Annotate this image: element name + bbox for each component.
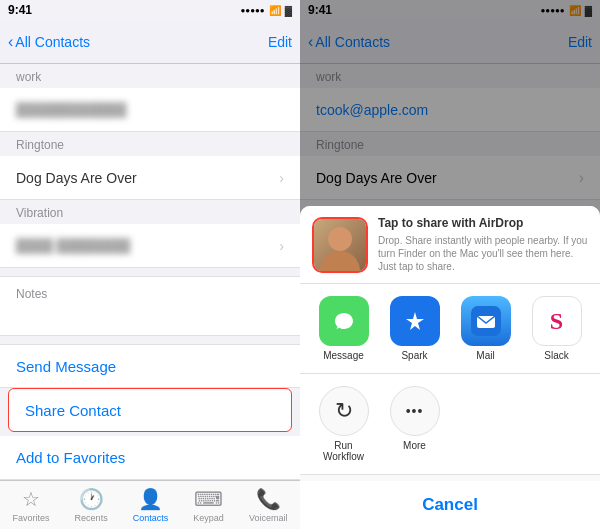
wifi-icon: 📶 (269, 5, 281, 16)
send-message-button[interactable]: Send Message (0, 344, 300, 388)
share-app-spark[interactable]: Spark (387, 296, 443, 361)
notes-label: Notes (16, 287, 284, 301)
left-work-email: ████████████ (0, 88, 300, 132)
recents-icon: 🕐 (79, 487, 104, 511)
airdrop-text: Tap to share with AirDrop Drop. Share in… (378, 216, 588, 273)
left-edit-button[interactable]: Edit (268, 34, 292, 50)
mail-icon[interactable] (461, 296, 511, 346)
battery-icon: ▓ (285, 5, 292, 16)
left-nav-bar: ‹ All Contacts Edit (0, 20, 300, 64)
left-back-button[interactable]: ‹ All Contacts (8, 33, 90, 51)
chevron-left-icon: ‹ (8, 33, 13, 51)
airdrop-title: Tap to share with AirDrop (378, 216, 588, 232)
left-work-header: work (0, 64, 300, 88)
left-tab-bar: ☆ Favorites 🕐 Recents 👤 Contacts ⌨ Keypa… (0, 480, 300, 529)
share-sheet: Tap to share with AirDrop Drop. Share in… (300, 206, 600, 529)
left-vibration-value: ████ ████████ (16, 238, 130, 253)
left-status-bar: 9:41 ●●●●● 📶 ▓ (0, 0, 300, 20)
left-ringtone-value: Dog Days Are Over (16, 170, 137, 186)
share-app-slack[interactable]: S Slack (529, 296, 585, 361)
voicemail-icon: 📞 (256, 487, 281, 511)
left-vibration-item[interactable]: ████ ████████ › (0, 224, 300, 268)
more-label: More (403, 440, 426, 451)
slack-icon[interactable]: S (532, 296, 582, 346)
vibration-chevron-icon: › (279, 238, 284, 254)
left-status-icons: ●●●●● 📶 ▓ (241, 5, 292, 16)
messages-icon[interactable] (319, 296, 369, 346)
left-email-value: ████████████ (16, 102, 127, 117)
left-time: 9:41 (8, 3, 32, 17)
slack-label: Slack (544, 350, 568, 361)
favorites-label: Favorites (13, 513, 50, 523)
airdrop-avatar (312, 217, 368, 273)
signal-icon: ●●●●● (241, 6, 265, 15)
cancel-button[interactable]: Cancel (300, 481, 600, 529)
avatar-placeholder (314, 219, 366, 271)
left-back-label[interactable]: All Contacts (15, 34, 90, 50)
run-workflow-action[interactable]: ↻ RunWorkflow (316, 386, 372, 462)
share-app-message[interactable]: Message (316, 296, 372, 361)
more-icon[interactable]: ••• (390, 386, 440, 436)
left-contact-list: work ████████████ Ringtone Dog Days Are … (0, 64, 300, 480)
keypad-label: Keypad (193, 513, 224, 523)
airdrop-desc: Drop. Share instantly with people nearby… (378, 234, 588, 273)
left-notes-item: Notes (0, 276, 300, 336)
spark-icon[interactable] (390, 296, 440, 346)
recents-label: Recents (75, 513, 108, 523)
add-to-favorites-button[interactable]: Add to Favorites (0, 436, 300, 480)
right-panel: 9:41 ●●●●● 📶 ▓ ‹ All Contacts Edit work … (300, 0, 600, 529)
run-workflow-label: RunWorkflow (323, 440, 364, 462)
airdrop-section: Tap to share with AirDrop Drop. Share in… (300, 206, 600, 284)
left-panel: 9:41 ●●●●● 📶 ▓ ‹ All Contacts Edit work … (0, 0, 300, 529)
voicemail-label: Voicemail (249, 513, 288, 523)
messages-label: Message (323, 350, 364, 361)
run-workflow-icon[interactable]: ↻ (319, 386, 369, 436)
left-actions: Send Message Share Contact Add to Favori… (0, 344, 300, 480)
avatar-body (320, 251, 360, 271)
left-ringtone-header: Ringtone (0, 132, 300, 156)
left-ringtone-item[interactable]: Dog Days Are Over › (0, 156, 300, 200)
avatar-head (328, 227, 352, 251)
share-cancel-section: Cancel (300, 481, 600, 529)
tab-recents-left[interactable]: 🕐 Recents (75, 487, 108, 523)
tab-voicemail-left[interactable]: 📞 Voicemail (249, 487, 288, 523)
tab-favorites-left[interactable]: ☆ Favorites (13, 487, 50, 523)
share-contact-button[interactable]: Share Contact (8, 388, 292, 432)
share-sheet-overlay: Tap to share with AirDrop Drop. Share in… (300, 0, 600, 529)
mail-label: Mail (476, 350, 494, 361)
ringtone-chevron-icon: › (279, 170, 284, 186)
tab-contacts-left[interactable]: 👤 Contacts (133, 487, 169, 523)
spark-label: Spark (401, 350, 427, 361)
share-actions-row: ↻ RunWorkflow ••• More (300, 374, 600, 475)
share-app-mail[interactable]: Mail (458, 296, 514, 361)
contacts-label: Contacts (133, 513, 169, 523)
left-vibration-header: Vibration (0, 200, 300, 224)
tab-keypad-left[interactable]: ⌨ Keypad (193, 487, 224, 523)
share-apps-row: Message Spark (300, 284, 600, 374)
favorites-icon: ☆ (22, 487, 40, 511)
more-action[interactable]: ••• More (387, 386, 443, 462)
contacts-icon: 👤 (138, 487, 163, 511)
keypad-icon: ⌨ (194, 487, 223, 511)
